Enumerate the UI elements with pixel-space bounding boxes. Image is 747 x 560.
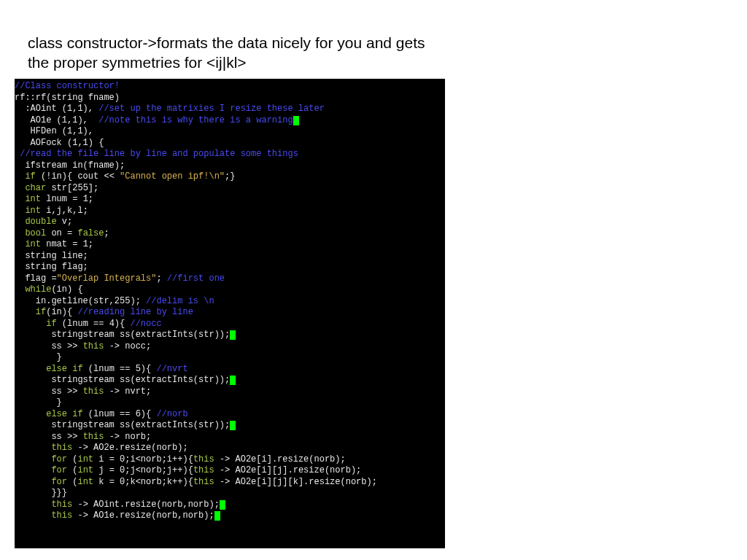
- code-line: (lnum == 4){: [57, 319, 131, 329]
- code-keyword: char: [25, 183, 46, 193]
- code-line: (lnum == 6){: [83, 409, 157, 419]
- code-keyword: int: [77, 477, 93, 487]
- code-line: [15, 477, 51, 487]
- code-keyword: else if: [46, 364, 82, 374]
- code-line: [15, 443, 51, 453]
- code-this: this: [193, 477, 214, 487]
- code-comment: //first one: [167, 273, 225, 284]
- code-line: [15, 183, 25, 193]
- code-line: stringstream ss(extractInts(str));: [15, 330, 230, 340]
- code-comment: //nvrt: [156, 364, 187, 374]
- code-line: [15, 228, 25, 238]
- code-line: (: [67, 454, 77, 464]
- code-line: j = 0;j<norb;j++){: [93, 465, 193, 475]
- code-line: ss >>: [15, 432, 83, 442]
- code-line: on =: [46, 228, 77, 238]
- code-comment: //note this is why there is a warning: [98, 115, 293, 125]
- code-this: this: [51, 499, 72, 510]
- code-line: i,j,k,l;: [41, 206, 88, 216]
- code-line: v;: [57, 217, 73, 227]
- cursor-icon: [230, 421, 236, 430]
- code-keyword: for: [51, 477, 67, 487]
- code-line: [15, 284, 25, 295]
- code-line: [15, 217, 25, 227]
- code-keyword: int: [77, 465, 93, 475]
- code-line: [15, 171, 25, 182]
- code-line: string line;: [15, 251, 88, 261]
- code-line: [15, 499, 51, 510]
- code-line: HFDen (1,1),: [15, 126, 93, 136]
- code-comment: //norb: [156, 409, 187, 419]
- code-keyword: while: [25, 284, 51, 295]
- code-line: [15, 364, 46, 374]
- code-this: this: [83, 341, 104, 351]
- code-keyword: for: [51, 454, 67, 464]
- code-string: "Overlap Integrals": [57, 273, 157, 284]
- code-line: (!in){ cout <<: [36, 171, 120, 182]
- code-this: this: [51, 510, 72, 521]
- code-line: -> AO1e.resize(norb,norb);: [72, 510, 214, 521]
- code-line: [15, 194, 25, 204]
- code-line: stringstream ss(extractInts(str));: [15, 420, 230, 430]
- code-keyword: false: [77, 228, 104, 238]
- code-comment: //read the file line by line and populat…: [15, 149, 298, 159]
- code-line: AOFock (1,1) {: [15, 138, 104, 148]
- code-line: i = 0;i<norb;i++){: [93, 454, 193, 464]
- code-line: str[255];: [46, 183, 98, 193]
- cursor-icon: [230, 376, 236, 385]
- code-comment: //set up the matrixies I resize these la…: [98, 104, 325, 114]
- code-keyword: if: [46, 319, 56, 329]
- code-keyword: int: [25, 194, 41, 204]
- code-this: this: [51, 443, 72, 453]
- cursor-icon: [230, 330, 236, 340]
- code-line: ss >>: [15, 386, 83, 397]
- code-line: (: [67, 465, 77, 475]
- code-line: nmat = 1;: [41, 239, 93, 249]
- code-line: stringstream ss(extractInts(str));: [15, 375, 230, 385]
- code-line: -> norb;: [104, 432, 151, 442]
- code-line: (: [67, 477, 77, 487]
- code-block: //Class constructor! rf::rf(string fname…: [15, 79, 445, 548]
- code-line: }}}: [15, 488, 67, 498]
- code-comment: //delim is \n: [146, 296, 214, 306]
- code-line: flag =: [15, 273, 57, 284]
- code-line: string flag;: [15, 262, 88, 272]
- code-line: ;: [104, 228, 109, 238]
- code-line: lnum = 1;: [41, 194, 93, 204]
- code-keyword: if: [25, 171, 35, 182]
- code-keyword: int: [25, 206, 41, 216]
- code-line: ifstream in(fname);: [15, 160, 125, 171]
- code-line: [15, 454, 51, 464]
- code-keyword: bool: [25, 228, 46, 238]
- code-line: :AOint (1,1),: [15, 104, 98, 114]
- code-line: }: [15, 352, 62, 362]
- code-line: -> AOint.resize(norb,norb);: [72, 499, 220, 510]
- code-this: this: [193, 465, 214, 475]
- code-line: }: [15, 397, 62, 408]
- code-keyword: int: [77, 454, 93, 464]
- code-line: rf::rf(string fname): [15, 93, 120, 103]
- code-line: (lnum == 5){: [83, 364, 157, 374]
- code-line: -> nocc;: [104, 341, 151, 351]
- code-line: [15, 510, 51, 521]
- code-line: ;: [156, 273, 166, 284]
- code-line: -> AO2e[i].resize(norb);: [214, 454, 346, 464]
- code-keyword: else if: [46, 409, 82, 419]
- code-line: [15, 239, 25, 249]
- cursor-icon: [220, 500, 225, 510]
- code-comment: //Class constructor!: [15, 81, 120, 91]
- code-line: -> AO2e[i][j].resize(norb);: [214, 465, 362, 475]
- code-line: -> AO2e.resize(norb);: [72, 443, 187, 453]
- code-keyword: int: [25, 239, 41, 249]
- code-line: in.getline(str,255);: [15, 296, 146, 306]
- code-keyword: double: [25, 217, 56, 227]
- cursor-icon: [293, 116, 299, 125]
- code-comment: //reading line by line: [77, 307, 193, 317]
- slide-heading: class constructor->formats the data nice…: [28, 33, 436, 73]
- code-line: -> AO2e[i][j][k].resize(norb);: [214, 477, 377, 487]
- code-this: this: [83, 432, 104, 442]
- code-line: ;}: [225, 171, 235, 182]
- code-line: [15, 409, 46, 419]
- code-line: [15, 465, 51, 475]
- code-this: this: [83, 386, 104, 397]
